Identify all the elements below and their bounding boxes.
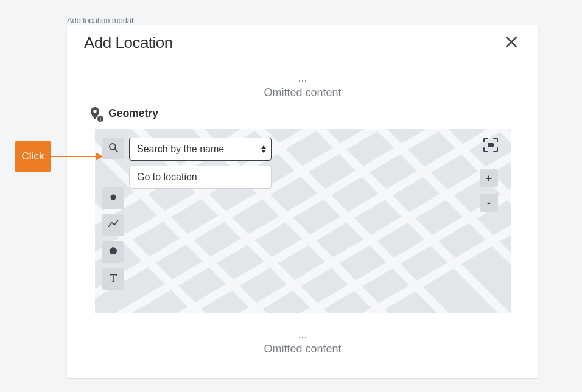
add-location-modal: Add Location ... Omitted content + Geome… bbox=[67, 25, 538, 378]
close-icon bbox=[505, 35, 518, 51]
text-tool-button[interactable] bbox=[102, 268, 124, 290]
point-tool-button[interactable] bbox=[102, 187, 124, 209]
svg-marker-24 bbox=[261, 145, 266, 149]
click-callout: Click bbox=[15, 141, 51, 172]
search-tool-button[interactable] bbox=[102, 138, 124, 159]
search-by-select-label: Search by the name bbox=[137, 144, 224, 155]
close-button[interactable] bbox=[502, 33, 521, 53]
omitted-bottom: Omitted content bbox=[84, 341, 521, 357]
center-icon bbox=[482, 136, 500, 156]
svg-point-22 bbox=[111, 195, 116, 200]
svg-marker-23 bbox=[109, 247, 117, 254]
modal-body: ... Omitted content + Geometry bbox=[67, 61, 538, 378]
plus-badge-icon: + bbox=[97, 115, 104, 122]
search-panel: Search by the name bbox=[129, 138, 272, 189]
map-tools-left bbox=[102, 138, 124, 290]
omitted-bottom-dots: ... bbox=[84, 329, 521, 340]
modal-title: Add Location bbox=[84, 33, 173, 52]
zoom-in-button[interactable]: + bbox=[480, 169, 498, 187]
line-tool-button[interactable] bbox=[102, 214, 124, 236]
omitted-top-dots: ... bbox=[84, 72, 521, 83]
select-caret-icon bbox=[261, 145, 266, 153]
omitted-bottom-wrap: ... Omitted content bbox=[84, 329, 521, 361]
point-icon bbox=[108, 192, 119, 205]
geometry-section-header: + Geometry bbox=[88, 106, 521, 121]
caption: Add location modal bbox=[67, 16, 133, 25]
text-icon bbox=[108, 272, 119, 285]
search-icon bbox=[108, 142, 119, 155]
go-to-location-input-wrap[interactable] bbox=[129, 166, 272, 189]
go-to-location-input[interactable] bbox=[137, 172, 264, 183]
svg-marker-25 bbox=[261, 150, 266, 153]
center-button[interactable] bbox=[480, 135, 502, 157]
callout-arrow bbox=[51, 156, 102, 157]
geometry-label: Geometry bbox=[108, 107, 158, 120]
polygon-icon bbox=[108, 245, 119, 259]
pin-add-icon: + bbox=[88, 106, 102, 121]
omitted-top: Omitted content bbox=[84, 85, 521, 101]
zoom-out-button[interactable]: - bbox=[480, 194, 498, 212]
map-area[interactable]: Search by the name + - bbox=[95, 129, 511, 313]
search-by-select[interactable]: Search by the name bbox=[129, 138, 272, 161]
polygon-tool-button[interactable] bbox=[102, 241, 124, 263]
svg-rect-26 bbox=[488, 143, 494, 147]
modal-header: Add Location bbox=[67, 25, 538, 61]
line-icon bbox=[107, 218, 119, 233]
svg-line-21 bbox=[115, 149, 117, 152]
map-tools-right: + - bbox=[480, 135, 502, 212]
